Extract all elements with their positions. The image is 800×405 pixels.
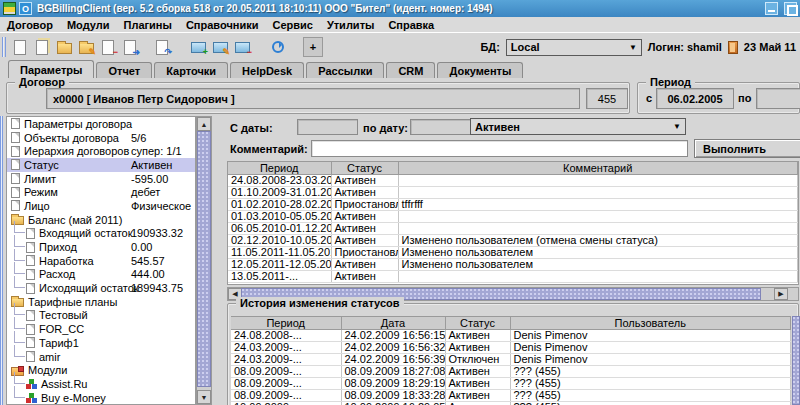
panel-remove-icon[interactable]: − [231,36,253,58]
tab-report[interactable]: Отчет [96,62,152,78]
panel-add-icon[interactable]: + [187,36,209,58]
tab-mailings[interactable]: Рассылки [306,62,384,78]
scroll-up-icon[interactable]: ▲ [197,117,211,131]
tab-parameters[interactable]: Параметры [8,60,94,78]
tree-scrollbar[interactable]: ▲ ▼ [196,116,212,405]
refresh-icon[interactable] [267,36,289,58]
table-row[interactable]: 12.05.2011-12.05.2011АктивенИзменено пол… [228,259,798,271]
menu-help[interactable]: Справка [388,19,434,31]
maximize-button[interactable] [784,2,797,15]
table-row[interactable]: 24.03.2009-...24.02.2009 16:56:32Активен… [231,342,791,354]
exit-door-icon[interactable] [728,41,738,54]
panel-edit-icon[interactable]: ✎ [209,36,231,58]
tab-helpdesk[interactable]: HelpDesk [230,62,304,78]
copy-document-icon[interactable] [31,36,53,58]
table-cell: 11.05.2011-11.05.2011 [228,247,331,259]
tree-item[interactable]: Тестовый [7,309,195,323]
table-row[interactable]: 24.08.2008-23.03.2009Активен [228,175,798,187]
table-row[interactable]: 24.08.2008-...24.02.2009 16:56:15Активен… [231,330,791,342]
db-combobox[interactable]: Local ▼ [506,39,642,56]
tree-item[interactable]: Режимдебет [7,185,195,199]
tree-item[interactable]: Тариф1 [7,336,195,350]
column-status[interactable]: Статус [445,317,510,330]
status-combobox[interactable]: Активен ▼ [470,118,686,135]
tree-item[interactable]: Иерархия договоровсупер: 1/1 [7,144,195,158]
tree-item[interactable]: Расход444.00 [7,268,195,282]
table-row[interactable]: 01.10.2009-31.01.2010Активен [228,187,798,199]
column-user[interactable]: Пользователь [510,317,791,330]
history-table-vscrollbar[interactable] [792,316,800,405]
table-row[interactable]: 02.12.2010-10.05.2011АктивенИзменено пол… [228,235,798,247]
tab-crm[interactable]: CRM [386,62,435,78]
tree-item[interactable]: Тарифные планы [7,295,195,309]
column-period[interactable]: Период [228,162,331,175]
scroll-down-icon[interactable]: ▼ [197,390,211,404]
tree-item[interactable]: ЛицоФизическое [7,199,195,213]
left-splitter-grip[interactable] [0,116,5,405]
tree-item[interactable]: amir [7,350,195,364]
menu-utilities[interactable]: Утилиты [327,19,375,31]
tree-item[interactable]: Buy e-Money [7,391,195,405]
menu-directories[interactable]: Справочники [186,19,259,31]
add-tab-button[interactable]: + [303,37,323,57]
table-cell: 01.02.2010-28.02.2010 [228,199,331,211]
execute-button[interactable]: Выполнить [694,139,800,158]
column-period[interactable]: Период [231,317,341,330]
tree-item-value: Физическое [131,200,191,212]
edit-folder-icon[interactable]: ✎ [75,36,97,58]
tab-documents[interactable]: Документы [437,62,523,78]
contract-id-button[interactable]: 455 [586,88,628,109]
column-date[interactable]: Дата [341,317,445,330]
paste-document-icon[interactable]: ↷ [151,36,173,58]
period-from-field[interactable]: 06.02.2005 [656,88,734,109]
toolbar-grip[interactable] [2,37,6,57]
menu-modules[interactable]: Модули [67,19,110,31]
open-folder-icon[interactable] [53,36,75,58]
tree-item[interactable]: Модули [7,363,195,377]
table-row[interactable]: 13.05.2011-...Активен [228,271,798,283]
from-date-input[interactable] [297,119,358,135]
table-cell: Активен [331,235,398,247]
tree-item[interactable]: Наработка545.57 [7,254,195,268]
tab-cards[interactable]: Карточки [154,62,228,78]
to-date-input[interactable] [410,119,471,135]
menu-plugins[interactable]: Плагины [123,19,171,31]
column-comment[interactable]: Комментарий [398,162,798,175]
scroll-right-icon[interactable]: ▶ [774,288,788,300]
tree-item-label: Объекты договора [24,132,119,144]
tree-item[interactable]: Параметры договора [7,117,195,131]
tree-item[interactable]: Баланс (май 2011) [7,213,195,227]
new-document-icon[interactable] [9,36,31,58]
tree-scrollbar-thumb[interactable] [197,131,211,387]
table-row[interactable]: 01.03.2010-05.05.2010Активен [228,211,798,223]
table-row[interactable]: 06.05.2010-01.12.2010Активен [228,223,798,235]
export-document-icon[interactable]: ➜ [119,36,141,58]
table-row[interactable]: 01.02.2010-28.02.2010Приостановленtffrff… [228,199,798,211]
tree-item[interactable]: Исходящий остаток189943.75 [7,281,195,295]
tree-item[interactable]: Лимит-595.00 [7,172,195,186]
table-row[interactable]: 11.05.2011-11.05.2011ПриостановленИзмене… [228,247,798,259]
tree-item[interactable]: Assist.Ru [7,377,195,391]
comment-input[interactable] [311,140,688,157]
tree-item[interactable]: Приход0.00 [7,240,195,254]
table-row[interactable]: 08.09.2009-...08.09.2009 18:29:19Активен… [231,378,791,390]
period-to-field[interactable] [756,88,800,109]
tree-item[interactable]: Входящий остаток190933.32 [7,227,195,241]
column-status[interactable]: Статус [331,162,398,175]
contract-field[interactable]: х0000 [ Иванов Петр Сидорович ] [46,88,580,109]
minimize-button[interactable] [765,2,778,15]
tree-item[interactable]: Объекты договора5/6 [7,131,195,145]
menu-service[interactable]: Сервис [272,19,312,31]
table-row[interactable]: 10.09.2009-...10.09.2009 16:29:05Активен… [231,402,791,405]
tree-connector [14,386,25,398]
table-row[interactable]: 24.03.2009-...24.02.2009 16:56:39Отключе… [231,354,791,366]
tree-item-label: Assist.Ru [41,378,87,390]
table-row[interactable]: 08.09.2009-...08.09.2009 18:27:08Активен… [231,366,791,378]
tree-item[interactable]: СтатусАктивен [7,158,195,172]
menu-contract[interactable]: Договор [7,19,53,31]
tree-item[interactable]: FOR_CC [7,322,195,336]
table-row[interactable]: 08.09.2009-...08.09.2009 18:33:28Активен… [231,390,791,402]
table-cell: Denis Pimenov [510,330,791,342]
remove-document-icon[interactable]: − [97,36,119,58]
from-date-label: С даты: [230,122,273,134]
